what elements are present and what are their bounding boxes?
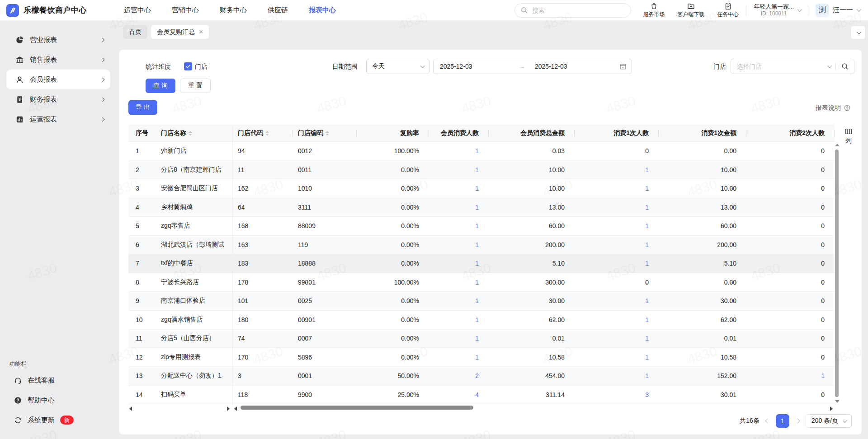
cell-link[interactable]: 1 <box>575 348 659 367</box>
report-help-label: 报表说明 <box>816 104 841 112</box>
sidebar-item[interactable]: 运营报表 <box>0 109 113 129</box>
vertical-scrollbar-thumb[interactable] <box>835 149 839 397</box>
cell-link[interactable]: 1 <box>575 236 659 254</box>
cell-link[interactable]: 1 <box>429 254 489 273</box>
column-header-label: 消费1次人数 <box>613 129 649 137</box>
table-row: 7txf的中餐店183188880.00%15.1015.100 <box>128 254 835 273</box>
export-button[interactable]: 导 出 <box>128 100 157 115</box>
topbar-nav-item[interactable]: 供应链 <box>268 6 288 14</box>
tabs-collapse-button[interactable] <box>851 26 865 39</box>
cell-link[interactable]: 1 <box>575 179 659 198</box>
cell-link[interactable]: 1 <box>575 217 659 235</box>
table-cell: 9 <box>128 292 156 310</box>
cell-link[interactable]: 1 <box>429 311 489 329</box>
calendar-icon[interactable] <box>619 62 627 70</box>
sidebar-item[interactable]: 营业报表 <box>0 30 113 50</box>
next-page-button[interactable] <box>795 418 800 423</box>
sidebar-item[interactable]: 会员报表 <box>6 70 110 89</box>
cell-link[interactable]: 1 <box>746 367 835 385</box>
store-select[interactable] <box>731 59 854 74</box>
sidebar-footer-item[interactable]: 在线客服 <box>0 370 113 390</box>
column-header[interactable]: 门店代码 <box>232 125 292 141</box>
cell-link[interactable]: 1 <box>429 348 489 367</box>
user-menu[interactable]: 浏 汪一一 <box>816 4 860 17</box>
global-search[interactable] <box>514 3 631 18</box>
table-cell: 168 <box>232 217 292 235</box>
scroll-up-arrow[interactable] <box>835 144 840 146</box>
quick-link-task-center[interactable]: 任务中心 <box>717 2 739 19</box>
reset-button[interactable]: 重 置 <box>180 79 211 93</box>
date-range-input[interactable]: 2025-12-03 → 2025-12-03 <box>433 59 632 74</box>
cell-link[interactable]: 1 <box>575 329 659 348</box>
chevron-right-icon <box>100 97 105 102</box>
page-number-button[interactable]: 1 <box>776 414 789 428</box>
topbar-nav-item[interactable]: 财务中心 <box>220 6 247 14</box>
scroll-left-arrow[interactable] <box>234 406 237 411</box>
query-button[interactable]: 查 询 <box>146 79 175 93</box>
quick-link-service-market[interactable]: 服务市场 <box>643 2 665 19</box>
date-preset-select[interactable]: 今天 <box>366 59 429 74</box>
date-start-value[interactable]: 2025-12-03 <box>434 63 515 70</box>
fixed-scroll-left-arrow[interactable] <box>129 406 132 411</box>
search-input[interactable] <box>531 6 625 14</box>
column-header[interactable]: 门店名称 <box>156 125 232 141</box>
topbar-nav-item[interactable]: 营销中心 <box>172 6 199 14</box>
page-size-select[interactable]: 200 条/页 <box>806 414 852 428</box>
sort-carets-icon[interactable] <box>265 131 269 135</box>
column-settings-button[interactable]: 列 <box>840 127 857 145</box>
cell-link[interactable]: 1 <box>575 254 659 273</box>
sidebar-footer-item[interactable]: 帮助中心 <box>0 390 113 410</box>
cell-link[interactable]: 1 <box>429 292 489 310</box>
store-select-input[interactable] <box>731 62 827 70</box>
horizontal-scrollbar-thumb[interactable] <box>241 406 473 410</box>
tab-member-repurchase-summary[interactable]: 会员复购汇总 × <box>151 25 209 39</box>
finance-report-icon <box>15 95 24 104</box>
topbar-nav-item[interactable]: 运营中心 <box>124 6 151 14</box>
cell-link[interactable]: 1 <box>429 198 489 217</box>
report-help-link[interactable]: 报表说明 <box>816 103 851 113</box>
fixed-scroll-right-arrow[interactable] <box>227 406 230 411</box>
close-icon[interactable]: × <box>199 28 203 36</box>
scroll-down-arrow[interactable] <box>835 400 840 403</box>
cell-link[interactable]: 1 <box>575 161 659 179</box>
column-header[interactable]: 门店编码 <box>292 125 357 141</box>
cell-link[interactable]: 4 <box>429 386 489 404</box>
quick-link-client-download[interactable]: 客户端下载 <box>677 2 704 19</box>
sidebar-item[interactable]: 财务报表 <box>0 89 113 109</box>
sidebar-footer-item[interactable]: 系统更新新 <box>0 410 113 430</box>
cell-link[interactable]: 1 <box>429 273 489 292</box>
table-cell: 0 <box>746 386 835 404</box>
tab-home[interactable]: 首页 <box>123 25 147 39</box>
cell-link[interactable]: 1 <box>575 198 659 217</box>
cell-link[interactable]: 1 <box>575 311 659 329</box>
table-cell: yh新门店 <box>156 142 232 160</box>
table-cell: 1 <box>128 142 156 160</box>
chevron-down-icon <box>797 7 802 12</box>
table-cell: 14 <box>128 386 156 404</box>
merchant-switcher[interactable]: 年轻人第一家... ID: 100011 <box>754 3 801 17</box>
cell-link[interactable]: 1 <box>575 292 659 310</box>
cell-link[interactable]: 3 <box>575 386 659 404</box>
cell-link[interactable]: 1 <box>429 179 489 198</box>
cell-link[interactable]: 1 <box>429 142 489 160</box>
table-cell: 0.01 <box>489 329 575 348</box>
table-row: 1yh新门店940012100.00%10.0300.000 <box>128 142 835 161</box>
cell-link[interactable]: 1 <box>429 329 489 348</box>
table-cell: 13.00 <box>489 198 575 217</box>
sort-carets-icon[interactable] <box>189 131 192 135</box>
cell-link[interactable]: 1 <box>429 161 489 179</box>
cell-link[interactable]: 1 <box>429 236 489 254</box>
store-search-icon[interactable] <box>841 62 849 70</box>
cell-link[interactable]: 2 <box>429 367 489 385</box>
cell-link[interactable]: 1 <box>575 367 659 385</box>
table-cell: 100.00% <box>357 273 429 292</box>
prev-page-button[interactable] <box>765 418 770 423</box>
topbar-nav-item[interactable]: 报表中心 <box>309 6 336 14</box>
scroll-right-arrow[interactable] <box>830 406 833 411</box>
date-end-value[interactable]: 2025-12-03 <box>528 63 567 70</box>
cell-link[interactable]: 1 <box>429 217 489 235</box>
sidebar-item[interactable]: 销售报表 <box>0 50 113 70</box>
store-dimension-checkbox[interactable] <box>184 62 192 70</box>
sort-carets-icon[interactable] <box>326 131 329 135</box>
table-cell: 454.00 <box>489 367 575 385</box>
